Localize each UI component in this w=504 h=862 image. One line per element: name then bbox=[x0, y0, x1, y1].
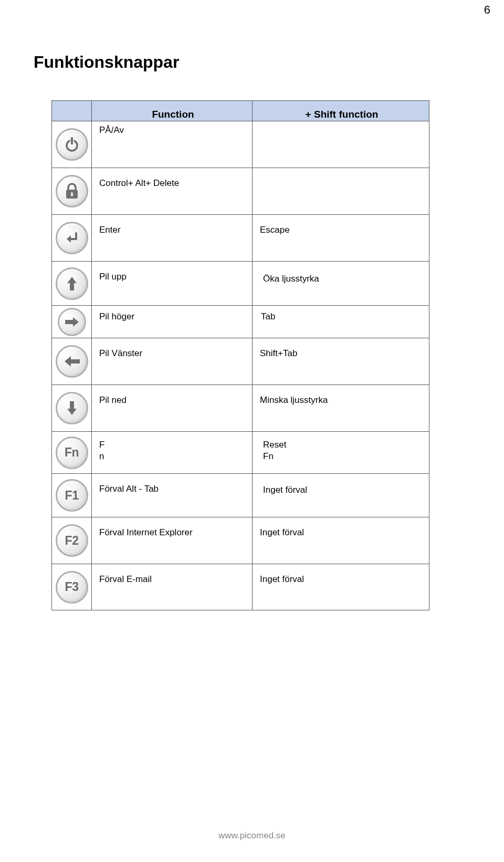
content: Funktionsknappar Function + Shift functi… bbox=[0, 0, 504, 610]
function-text-line2: n bbox=[99, 451, 104, 462]
table-row: F2 Förval Internet Explorer Inget förval bbox=[51, 517, 429, 564]
shift-text-line2: Fn bbox=[263, 451, 274, 462]
arrow-right-icon bbox=[58, 308, 86, 336]
shift-text: Inget förval bbox=[260, 574, 304, 585]
function-cell: Pil Vänster bbox=[92, 338, 253, 385]
function-text: Pil Vänster bbox=[99, 348, 142, 359]
table-row: Pil upp Öka ljusstyrka bbox=[51, 261, 429, 305]
fn-icon: Fn bbox=[56, 437, 88, 469]
icon-cell: F2 bbox=[52, 517, 92, 564]
icon-cell: F1 bbox=[52, 474, 92, 517]
function-text: Förval Alt - Tab bbox=[99, 483, 159, 495]
shift-cell: Tab bbox=[253, 306, 429, 338]
function-text: F bbox=[99, 439, 104, 451]
icon-cell bbox=[52, 121, 92, 168]
icon-cell bbox=[52, 262, 92, 305]
svg-rect-3 bbox=[71, 137, 73, 144]
shift-cell: Shift+Tab bbox=[253, 338, 429, 385]
function-text: Control+ Alt+ Delete bbox=[99, 178, 179, 189]
arrow-left-icon bbox=[56, 345, 88, 378]
header-function-cell: Function bbox=[92, 101, 253, 121]
f1-icon: F1 bbox=[56, 479, 88, 512]
table-row: F1 Förval Alt - Tab Inget förval bbox=[51, 473, 429, 517]
shift-cell: Öka ljusstyrka bbox=[253, 262, 429, 305]
icon-cell bbox=[52, 338, 92, 385]
function-cell: Pil höger bbox=[92, 306, 253, 338]
function-table: Function + Shift function PÅ/Av bbox=[51, 100, 429, 610]
footer-url: www.picomed.se bbox=[0, 830, 504, 841]
shift-text: Öka ljusstyrka bbox=[263, 273, 319, 285]
header-shift-cell: + Shift function bbox=[253, 101, 429, 121]
table-row: PÅ/Av bbox=[51, 121, 429, 168]
icon-cell bbox=[52, 306, 92, 338]
icon-cell bbox=[52, 215, 92, 261]
function-text: Pil höger bbox=[99, 311, 134, 323]
table-row: Enter Escape bbox=[51, 214, 429, 261]
function-cell: PÅ/Av bbox=[92, 121, 253, 168]
function-cell: Förval Alt - Tab bbox=[92, 474, 253, 517]
function-text: PÅ/Av bbox=[99, 124, 124, 136]
function-text: Förval E-mail bbox=[99, 574, 152, 585]
f1-icon-text: F1 bbox=[65, 489, 79, 503]
fn-icon-text: Fn bbox=[65, 445, 79, 460]
arrow-down-icon bbox=[56, 392, 88, 424]
shift-cell: Escape bbox=[253, 215, 429, 261]
function-cell: Pil upp bbox=[92, 262, 253, 305]
shift-cell: Inget förval bbox=[253, 517, 429, 564]
shift-cell: Inget förval bbox=[253, 474, 429, 517]
table-row: F3 Förval E-mail Inget förval bbox=[51, 564, 429, 610]
function-cell: F n bbox=[92, 432, 253, 473]
table-row: Control+ Alt+ Delete bbox=[51, 168, 429, 214]
function-cell: Enter bbox=[92, 215, 253, 261]
shift-text: Shift+Tab bbox=[260, 348, 297, 359]
shift-cell: Reset Fn bbox=[253, 432, 429, 473]
icon-cell bbox=[52, 168, 92, 214]
f2-icon-text: F2 bbox=[65, 534, 79, 548]
shift-text: Inget förval bbox=[263, 484, 307, 496]
arrow-up-icon bbox=[56, 267, 88, 300]
function-cell: Control+ Alt+ Delete bbox=[92, 168, 253, 214]
shift-text: Tab bbox=[261, 311, 275, 323]
function-cell: Förval E-mail bbox=[92, 564, 253, 610]
shift-text: Reset bbox=[263, 439, 286, 451]
table-row: Pil höger Tab bbox=[51, 305, 429, 338]
f3-icon-text: F3 bbox=[65, 580, 79, 594]
shift-cell bbox=[253, 168, 429, 214]
shift-text: Inget förval bbox=[260, 527, 304, 538]
function-cell: Förval Internet Explorer bbox=[92, 517, 253, 564]
shift-cell: Inget förval bbox=[253, 564, 429, 610]
page-title: Funktionsknappar bbox=[34, 53, 470, 72]
function-text: Pil upp bbox=[99, 271, 127, 283]
shift-text: Escape bbox=[260, 224, 290, 236]
table-row: Fn F n Reset Fn bbox=[51, 431, 429, 473]
icon-cell bbox=[52, 385, 92, 431]
shift-text: Minska ljusstyrka bbox=[260, 394, 328, 406]
f3-icon: F3 bbox=[56, 571, 88, 604]
enter-icon bbox=[56, 222, 88, 254]
shift-cell: Minska ljusstyrka bbox=[253, 385, 429, 431]
table-row: Pil Vänster Shift+Tab bbox=[51, 338, 429, 385]
function-text: Enter bbox=[99, 224, 121, 236]
table-row: Pil ned Minska ljusstyrka bbox=[51, 385, 429, 431]
icon-cell: F3 bbox=[52, 564, 92, 610]
function-text: Förval Internet Explorer bbox=[99, 527, 193, 538]
table-header-row: Function + Shift function bbox=[51, 100, 429, 121]
function-text: Pil ned bbox=[99, 394, 127, 406]
icon-cell: Fn bbox=[52, 432, 92, 473]
shift-cell bbox=[253, 121, 429, 168]
power-icon bbox=[56, 128, 88, 161]
lock-icon bbox=[56, 175, 88, 207]
function-cell: Pil ned bbox=[92, 385, 253, 431]
header-icon-cell bbox=[52, 101, 92, 121]
f2-icon: F2 bbox=[56, 524, 88, 557]
svg-rect-5 bbox=[71, 192, 73, 196]
page-number: 6 bbox=[484, 3, 490, 17]
